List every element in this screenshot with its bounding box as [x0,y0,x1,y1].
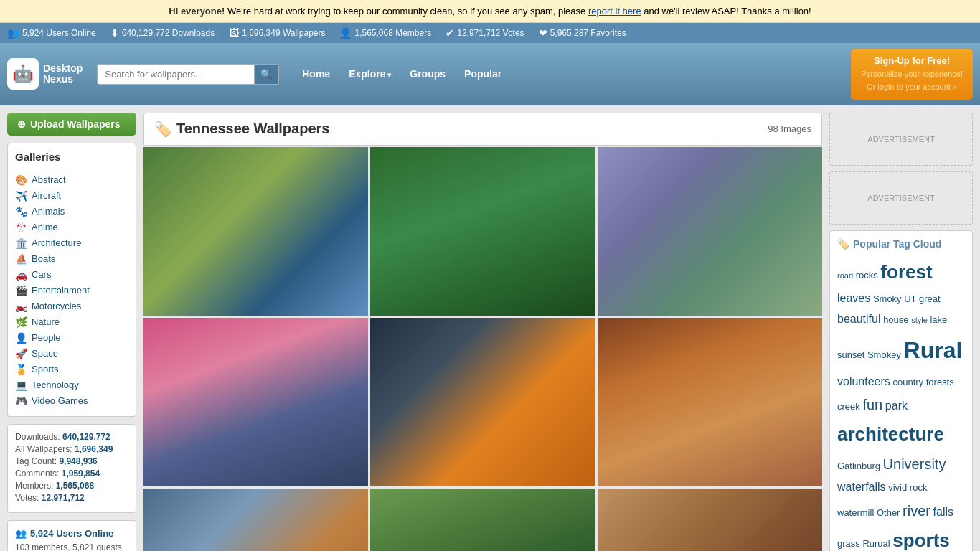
tag-item[interactable]: sunset [837,349,864,360]
gallery-item-cars[interactable]: 🚗Cars [15,267,128,283]
gallery-icon: 👤 [15,332,27,344]
tag-item[interactable]: vivid [888,482,907,493]
stat-wallpapers-line: All Wallpapers: 1,696,349 [15,444,128,454]
stat-downloads-line: Downloads: 640,129,772 [15,432,128,442]
tag-item[interactable]: volunteers [837,375,890,387]
tag-item[interactable]: Rurual [862,538,890,549]
gallery-item-technology[interactable]: 💻Technology [15,377,128,393]
galleries-panel: Galleries 🎨Abstract✈️Aircraft🐾Animals🎌An… [7,143,136,417]
search-input[interactable] [97,64,255,85]
tag-item[interactable]: rock [910,482,928,493]
gallery-icon: 🏅 [15,364,27,375]
online-panel: 👥 5,924 Users Online 103 members, 5,821 … [7,520,136,551]
wallpaper-thumb[interactable] [370,489,595,551]
tag-item[interactable]: Other [877,507,900,518]
images-count: 98 Images [768,123,811,134]
header: 🤖 Desktop Nexus 🔍 Home Explore Groups Po… [0,43,980,105]
nav-home[interactable]: Home [293,64,339,84]
tag-item[interactable]: waterfalls [837,481,886,493]
gallery-icon: 🎨 [15,174,27,186]
nav-groups[interactable]: Groups [401,64,454,84]
wallpaper-thumb[interactable] [598,318,822,486]
tag-item[interactable]: Rural [904,337,963,363]
wallpaper-thumb[interactable] [143,147,368,316]
gallery-item-space[interactable]: 🚀Space [15,346,128,362]
wallpaper-thumb[interactable] [598,147,822,316]
stat-wallpapers: 🖼 1,696,349 Wallpapers [229,27,325,39]
search-button[interactable]: 🔍 [255,64,279,85]
wallpaper-thumb[interactable] [143,318,368,486]
nav-explore[interactable]: Explore [340,64,400,84]
logo[interactable]: 🤖 Desktop Nexus [7,58,83,90]
tag-item[interactable]: forest [880,261,932,283]
stat-members: 👤 1,565,068 Members [339,27,431,39]
tag-item[interactable]: country [892,377,923,387]
gallery-icon: 🎬 [15,285,27,296]
tag-item[interactable]: park [885,400,908,412]
member-icon: 👤 [339,27,352,39]
tag-item[interactable]: falls [933,506,953,518]
tag-item[interactable]: Smoky [873,293,902,304]
wallpaper-thumb[interactable] [598,489,822,551]
gallery-item-people[interactable]: 👤People [15,330,128,346]
tag-item[interactable]: beautiful [837,313,881,325]
tag-item[interactable]: house [883,314,908,325]
tag-item[interactable]: leaves [837,292,870,304]
tag-item[interactable]: river [903,503,930,519]
gallery-item-anime[interactable]: 🎌Anime [15,220,128,235]
tag-item[interactable]: grass [837,538,860,549]
stats-bar: 👥 5,924 Users Online ⬇ 640,129,772 Downl… [0,23,980,43]
gallery-item-animals[interactable]: 🐾Animals [15,204,128,220]
nav-popular[interactable]: Popular [456,64,510,84]
wallpaper-thumb[interactable] [370,318,595,486]
wallpaper-thumb[interactable] [370,147,595,316]
gallery-item-architecture[interactable]: 🏛️Architecture [15,235,128,251]
favorites-icon: ❤ [539,27,547,39]
tag-cloud-title: 🏷️ Popular Tag Cloud [837,238,965,250]
tag-item[interactable]: creek [837,401,860,412]
tag-icon: 🏷️ [154,121,172,138]
gallery-item-boats[interactable]: ⛵Boats [15,251,128,267]
report-link[interactable]: report it here [588,6,641,17]
gallery-item-sports[interactable]: 🏅Sports [15,362,128,377]
stat-votes: ✔ 12,971,712 Votes [446,27,524,39]
tag-item[interactable]: Gatlinburg [837,461,880,471]
tag-item[interactable]: great [919,293,941,304]
tag-item[interactable]: watermill [837,507,874,518]
tag-item[interactable]: road [837,271,853,280]
tag-item[interactable]: forests [926,377,954,387]
gallery-icon: 🎌 [15,222,27,233]
tag-item[interactable]: Smokey [867,349,901,360]
gallery-icon: 🐾 [15,206,27,217]
main-layout: ⊕ Upload Wallpapers Galleries 🎨Abstract✈… [0,105,980,551]
nav-links: Home Explore Groups Popular [293,64,510,84]
gallery-icon: 🏍️ [15,301,27,312]
gallery-icon: 🏛️ [15,237,27,249]
tag-item[interactable]: rocks [856,270,878,281]
stat-tags-line: Tag Count: 9,948,936 [15,456,128,466]
upload-button[interactable]: ⊕ Upload Wallpapers [7,113,136,136]
galleries-title: Galleries [15,151,128,166]
gallery-item-aircraft[interactable]: ✈️Aircraft [15,188,128,204]
gallery-item-video-games[interactable]: 🎮Video Games [15,393,128,409]
tag-item[interactable]: fun [862,397,882,413]
tag-item[interactable]: UT [904,293,916,304]
tag-item[interactable]: lake [930,314,947,325]
announcement-text: We're hard at work trying to keep our co… [227,6,588,17]
tag-item[interactable]: sports [892,529,949,551]
announcement-bold: Hi everyone! [169,6,225,17]
gallery-icon: 🎮 [15,395,27,407]
tag-cloud-panel: 🏷️ Popular Tag Cloud road rocks forest l… [829,230,973,551]
gallery-item-motorcycles[interactable]: 🏍️Motorcycles [15,298,128,314]
gallery-icon: 🚗 [15,269,27,281]
online-detail: 103 members, 5,821 guests [15,542,128,551]
signup-button[interactable]: Sign-Up for Free! Personalize your exper… [851,49,973,100]
gallery-item-entertainment[interactable]: 🎬Entertainment [15,283,128,298]
wallpaper-thumb[interactable] [143,489,368,551]
sidebar: ⊕ Upload Wallpapers Galleries 🎨Abstract✈… [7,113,136,551]
gallery-item-nature[interactable]: 🌿Nature [15,314,128,330]
tag-item[interactable]: architecture [837,423,944,445]
gallery-item-abstract[interactable]: 🎨Abstract [15,172,128,188]
tag-item[interactable]: University [883,456,946,472]
tag-item[interactable]: style [911,316,928,324]
